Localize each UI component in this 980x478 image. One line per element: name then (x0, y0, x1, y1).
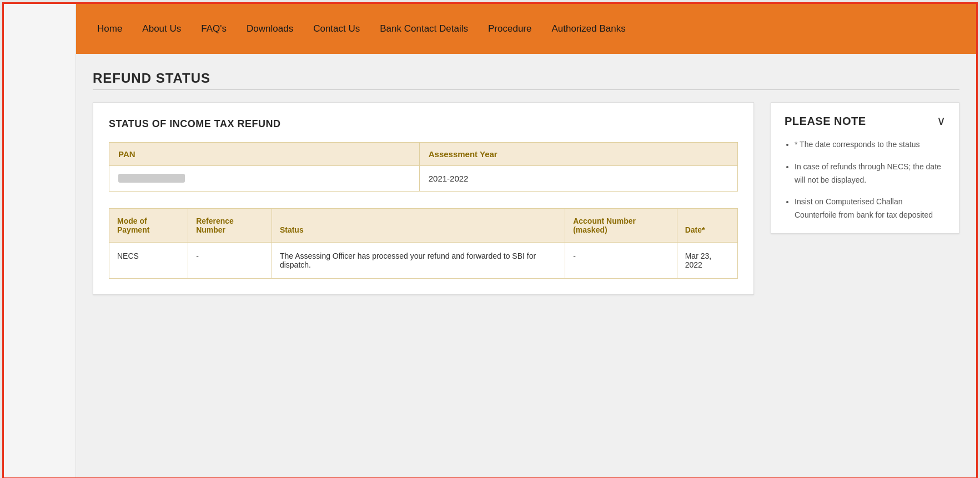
date-header: Date* (677, 209, 737, 243)
payment-row: NECS - The Assessing Officer has process… (109, 243, 738, 279)
assessment-year-value: 2021-2022 (419, 166, 737, 192)
pan-value (109, 166, 420, 192)
note-item-1: * The date corresponds to the status (795, 138, 946, 152)
pan-header: PAN (109, 143, 420, 166)
status-header: Status (272, 209, 565, 243)
payment-account: - (565, 243, 677, 279)
info-table: PAN Assessment Year 2021-2022 (109, 142, 738, 192)
section-title: STATUS OF INCOME TAX REFUND (109, 118, 738, 130)
please-note-header: PLEASE NOTE ∨ (785, 114, 946, 128)
nav-bank-contact[interactable]: Bank Contact Details (370, 19, 478, 39)
content-grid: STATUS OF INCOME TAX REFUND PAN Assessme… (93, 102, 959, 295)
sidebar (4, 4, 76, 477)
title-divider (93, 89, 959, 90)
nav-downloads[interactable]: Downloads (237, 19, 303, 39)
nav-home[interactable]: Home (87, 19, 132, 39)
mode-header: Mode of Payment (109, 209, 188, 243)
nav-faqs[interactable]: FAQ's (191, 19, 237, 39)
nav-menu: Home About Us FAQ's Downloads Contact Us… (87, 19, 636, 39)
note-list: * The date corresponds to the status In … (785, 138, 946, 222)
left-panel: STATUS OF INCOME TAX REFUND PAN Assessme… (93, 102, 754, 295)
payment-table: Mode of Payment Reference Number Status … (109, 208, 738, 279)
main-content: Home About Us FAQ's Downloads Contact Us… (76, 4, 976, 477)
page-title: REFUND STATUS (93, 71, 959, 86)
nav-contact[interactable]: Contact Us (303, 19, 370, 39)
nav-procedure[interactable]: Procedure (478, 19, 541, 39)
please-note-title: PLEASE NOTE (785, 115, 866, 128)
chevron-down-icon[interactable]: ∨ (937, 114, 946, 128)
note-item-2: In case of refunds through NECS; the dat… (795, 160, 946, 187)
navbar: Home About Us FAQ's Downloads Contact Us… (76, 4, 976, 54)
nav-authorized-banks[interactable]: Authorized Banks (541, 19, 635, 39)
right-panel: PLEASE NOTE ∨ * The date corresponds to … (771, 102, 959, 234)
note-item-3: Insist on Computerised Challan Counterfo… (795, 195, 946, 222)
payment-status: The Assessing Officer has processed your… (272, 243, 565, 279)
payment-date: Mar 23, 2022 (677, 243, 737, 279)
payment-reference: - (188, 243, 272, 279)
reference-header: Reference Number (188, 209, 272, 243)
pan-blurred (118, 174, 185, 183)
account-header: Account Number (masked) (565, 209, 677, 243)
nav-about[interactable]: About Us (132, 19, 191, 39)
assessment-year-header: Assessment Year (419, 143, 737, 166)
payment-mode: NECS (109, 243, 188, 279)
page-body: REFUND STATUS STATUS OF INCOME TAX REFUN… (76, 54, 976, 477)
